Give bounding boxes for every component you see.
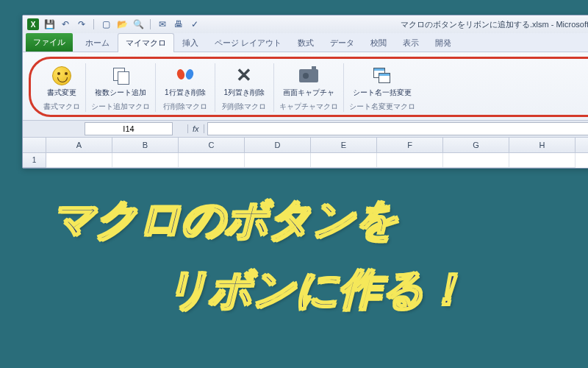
col-delete-button[interactable]: ✕ 1列置き削除 [220,63,270,99]
cell[interactable] [112,153,179,168]
select-all-corner[interactable] [23,138,46,152]
qat-separator [93,19,94,29]
print-preview-icon[interactable]: 🔍 [132,18,144,30]
screen-capture-button[interactable]: 画面キャプチャ [279,63,339,99]
multi-sheet-add-button[interactable]: 複数シート追加 [90,63,151,99]
col-header-c[interactable]: C [179,138,245,152]
button-label: 書式変更 [47,88,76,97]
quick-print-icon[interactable]: 🖶 [173,18,184,30]
col-header-f[interactable]: F [377,138,443,152]
format-change-button[interactable]: 書式変更 [43,63,81,99]
ribbon-group-format: 書式変更 書式マクロ [38,63,86,112]
redo-icon[interactable]: ↷ [76,18,87,30]
group-label: 行削除マクロ [163,102,207,112]
col-header-g[interactable]: G [443,138,509,152]
column-headers: A B C D E F G H [23,138,588,153]
group-label: 列削除マクロ [222,102,266,112]
quick-access-toolbar: X 💾 ↶ ↷ ▢ 📂 🔍 ✉ 🖶 ✓ [27,18,201,30]
group-label: シート追加マクロ [91,102,150,112]
spell-check-icon[interactable]: ✓ [189,18,201,30]
group-label: 書式マクロ [43,102,80,112]
save-icon[interactable]: 💾 [43,18,55,30]
ribbon-group-rowdel: 1行置き削除 行削除マクロ [156,63,215,112]
cell[interactable] [311,153,377,168]
col-header-a[interactable]: A [46,138,112,152]
button-label: シート名一括変更 [353,88,412,97]
ribbon-group-capture: 画面キャプチャ キャプチャマクロ [274,63,344,112]
open-icon[interactable]: 📂 [116,18,128,30]
cross-icon: ✕ [232,65,256,87]
row-delete-button[interactable]: 1行置き削除 [160,63,210,99]
ribbon-group-sheetrename: シート名一括変更 シート名変更マクロ [344,63,420,112]
undo-icon[interactable]: ↶ [60,18,71,30]
button-label: 1行置き削除 [165,88,206,97]
row-header-1[interactable]: 1 [23,153,46,168]
file-tab[interactable]: ファイル [26,33,73,52]
ribbon-group-sheetadd: 複数シート追加 シート追加マクロ [86,63,156,112]
col-header-e[interactable]: E [311,138,377,152]
ribbon-group-coldel: ✕ 1列置き削除 列削除マクロ [215,63,275,112]
tab-review[interactable]: 校閲 [362,33,395,52]
sheet-rename-button[interactable]: シート名一括変更 [348,63,416,99]
formula-bar: I14 fx [23,121,588,138]
butterfly-icon [173,65,197,87]
name-box[interactable]: I14 [85,122,173,135]
cell[interactable] [179,153,245,168]
qat-separator [150,19,151,29]
button-label: 1列置き削除 [224,88,265,97]
copy-icon [109,65,132,87]
tab-home[interactable]: ホーム [77,33,118,52]
cell[interactable] [46,153,112,168]
cell[interactable] [509,153,576,168]
cell[interactable] [245,153,311,168]
tab-developer[interactable]: 開発 [427,33,459,52]
tab-view[interactable]: 表示 [395,33,427,52]
tab-pagelayout[interactable]: ページ レイアウト [207,33,290,52]
group-label: キャプチャマクロ [279,102,338,112]
ribbon-tabs: ファイル ホーム マイマクロ 挿入 ページ レイアウト 数式 データ 校閲 表示… [23,33,588,52]
button-label: 複数シート追加 [95,88,146,97]
smile-icon [50,65,74,87]
tab-formulas[interactable]: 数式 [290,33,322,52]
excel-logo-icon: X [27,18,39,30]
cell[interactable] [377,153,443,168]
formula-input[interactable] [207,122,588,135]
col-header-b[interactable]: B [112,138,179,152]
col-header-h[interactable]: H [509,138,576,152]
tab-data[interactable]: データ [322,33,362,52]
ribbon: 書式変更 書式マクロ 複数シート追加 シート追加マクロ 1行置き削除 行削除マク… [23,52,588,121]
camera-icon [297,65,320,87]
excel-window: X 💾 ↶ ↷ ▢ 📂 🔍 ✉ 🖶 ✓ マクロのボタンをリボンに追加する.xls… [22,15,588,169]
cell[interactable] [443,153,509,168]
tab-insert[interactable]: 挿入 [174,33,207,52]
overlay-headline-1: マクロのボタンを [51,191,398,249]
email-icon[interactable]: ✉ [157,18,168,30]
grid-row: 1 [23,153,588,168]
window-title: マクロのボタンをリボンに追加する.xlsm - Microsoft Excel [401,19,588,30]
cascade-icon [370,65,394,87]
fx-label[interactable]: fx [187,124,204,133]
overlay-headline-2: リボンに作る！ [165,261,467,319]
ribbon-highlight-box: 書式変更 書式マクロ 複数シート追加 シート追加マクロ 1行置き削除 行削除マク… [29,57,588,117]
col-header-d[interactable]: D [245,138,311,152]
title-bar: X 💾 ↶ ↷ ▢ 📂 🔍 ✉ 🖶 ✓ マクロのボタンをリボンに追加する.xls… [23,15,588,33]
group-label: シート名変更マクロ [349,102,415,112]
tab-mymacro[interactable]: マイマクロ [118,33,174,52]
new-icon[interactable]: ▢ [100,18,112,30]
button-label: 画面キャプチャ [283,88,334,97]
